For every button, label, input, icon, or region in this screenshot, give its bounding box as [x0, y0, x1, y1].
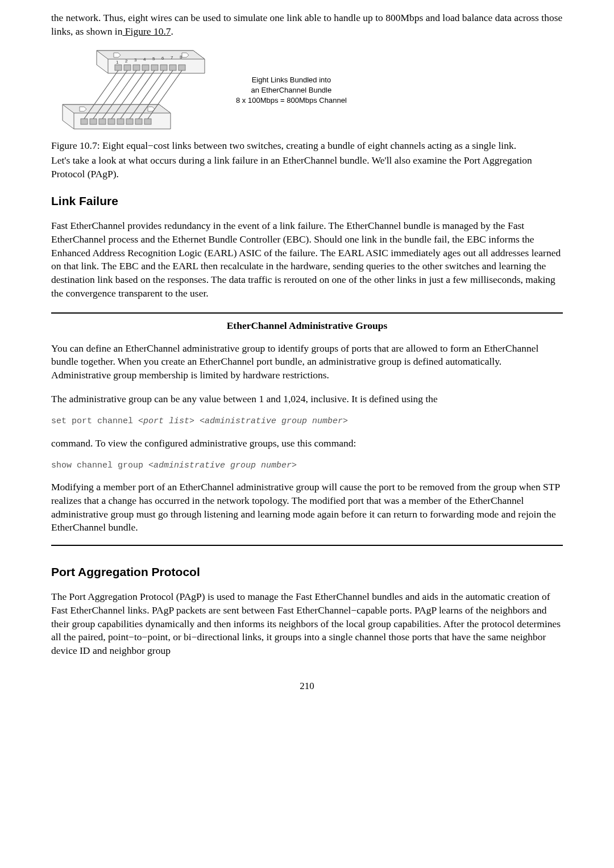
box-p2: The administrative group can be any valu… [51, 393, 563, 406]
bundle-line1: Eight Links Bundled into [236, 75, 347, 85]
svg-text:8: 8 [180, 55, 182, 60]
svg-text:4: 4 [143, 57, 146, 62]
svg-rect-26 [81, 119, 88, 124]
svg-text:5: 5 [152, 56, 155, 61]
svg-rect-27 [90, 119, 97, 124]
svg-rect-12 [179, 65, 185, 70]
code-show-channel-group: show channel group <administrative group… [51, 460, 563, 471]
bundle-text: Eight Links Bundled into an EtherChannel… [236, 75, 347, 106]
switches-svg: 1 2 3 4 5 6 7 8 [51, 45, 216, 136]
admin-groups-box: EtherChannel Administrative Groups You c… [51, 312, 563, 546]
svg-rect-5 [115, 65, 122, 70]
svg-rect-29 [108, 119, 115, 124]
svg-text:6: 6 [161, 56, 164, 61]
figure-link[interactable]: Figure 10.7 [122, 26, 171, 37]
svg-rect-8 [142, 65, 149, 70]
svg-text:3: 3 [134, 57, 137, 62]
svg-text:7: 7 [171, 55, 173, 60]
svg-rect-11 [169, 65, 176, 70]
svg-text:2: 2 [125, 59, 128, 64]
heading-link-failure: Link Failure [51, 193, 563, 209]
svg-text:1: 1 [116, 60, 119, 65]
page-number: 210 [51, 680, 563, 693]
heading-pagp: Port Aggregation Protocol [51, 564, 563, 580]
svg-rect-31 [126, 119, 133, 124]
figure-caption: Figure 10.7: Eight equal−cost links betw… [51, 139, 563, 153]
intro-end: . [171, 26, 173, 37]
code-set-port-channel: set port channel <port list> <administra… [51, 416, 563, 427]
box-title: EtherChannel Administrative Groups [51, 319, 563, 333]
svg-rect-30 [117, 119, 124, 124]
intro2-paragraph: Let's take a look at what occurs during … [51, 154, 563, 181]
box-p1: You can define an EtherChannel administr… [51, 342, 563, 382]
svg-rect-28 [99, 119, 106, 124]
pagp-body: The Port Aggregation Protocol (PAgP) is … [51, 590, 563, 657]
svg-rect-9 [151, 65, 158, 70]
figure-etherchannel-diagram: 1 2 3 4 5 6 7 8 [51, 45, 563, 136]
svg-rect-7 [133, 65, 140, 70]
bundle-line2: an EtherChannel Bundle [236, 85, 347, 95]
bundle-line3: 8 x 100Mbps = 800Mbps Channel [236, 95, 347, 106]
svg-rect-32 [135, 119, 142, 124]
svg-rect-6 [124, 65, 131, 70]
svg-rect-10 [160, 65, 167, 70]
svg-rect-33 [144, 119, 151, 124]
intro-paragraph: the network. Thus, eight wires can be us… [51, 11, 563, 38]
box-p3: command. To view the configured administ… [51, 437, 563, 450]
link-failure-body: Fast EtherChannel provides redundancy in… [51, 219, 563, 300]
box-p4: Modifying a member port of an EtherChann… [51, 481, 563, 535]
